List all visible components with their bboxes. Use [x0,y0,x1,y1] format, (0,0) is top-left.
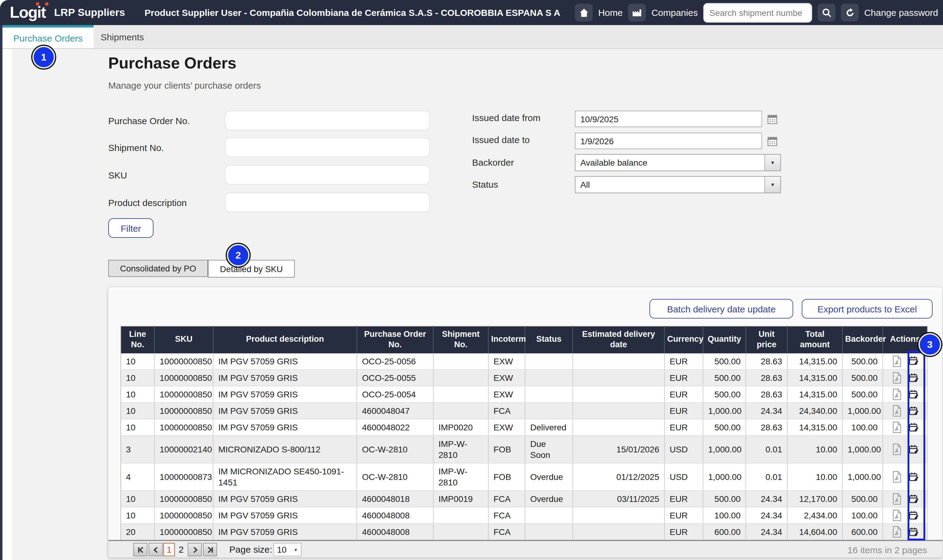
table-row[interactable]: 10 10000000850 IM PGV 57059 GRIS OCO-25-… [121,353,928,369]
companies-button[interactable] [628,4,646,22]
cell-quantity: 100.00 [703,507,746,524]
cell-currency: USD [665,435,703,463]
edit-delivery-date-button[interactable] [907,509,920,522]
cell-shipment-no: IMP-W-2810 [433,463,488,491]
cell-unit-price: 28.63 [746,386,788,403]
edit-delivery-date-button[interactable] [907,388,920,401]
tab-purchase-orders[interactable]: Purchase Orders [2,25,94,48]
cell-incoterm: FCA [488,524,525,540]
home-icon [579,8,589,17]
page-size-select[interactable]: 10 ▼ [273,543,302,556]
home-button[interactable] [575,4,592,22]
previous-page-button[interactable] [149,543,163,556]
cell-backorder: 1,000.00 [842,463,883,491]
calendar-icon[interactable] [767,136,778,147]
cell-quantity: 1,000.00 [703,435,746,463]
sku-input[interactable] [225,165,430,185]
cell-quantity: 500.00 [703,353,746,369]
cell-line-no: 10 [121,369,154,386]
cell-status [525,507,573,524]
cell-purchase-order-no: OCO-25-0056 [357,353,433,369]
cell-currency: EUR [665,419,703,435]
table-row[interactable]: 10 10000000850 IM PGV 57059 GRIS 4600048… [121,507,928,524]
cell-backorder: 500.00 [842,491,883,507]
home-label[interactable]: Home [598,7,623,18]
table-row[interactable]: 20 10000000850 IM PGV 57059 GRIS 4600048… [121,524,928,540]
pdf-download-button[interactable] [890,525,903,538]
table-row[interactable]: 10 10000000850 IM PGV 57059 GRIS 4600048… [121,419,928,435]
calendar-icon[interactable] [767,114,778,125]
view-tab-consolidated-by-po[interactable]: Consolidated by PO [108,260,208,277]
view-tab-detailed-by-sku[interactable]: Detailed by SKU [208,260,295,278]
edit-delivery-date-button[interactable] [907,470,920,483]
cell-incoterm: EXW [488,353,525,369]
cell-unit-price: 28.63 [746,353,788,369]
pagination-bar: 1 2 Page size: 10 ▼ 16 items in 2 pages [108,540,942,558]
column-header: Unit price [746,326,788,353]
product-description-input[interactable] [225,192,430,212]
cell-purchase-order-no: 4600048022 [357,419,433,435]
cell-shipment-no [433,369,488,386]
table-row[interactable]: 10 10000000850 IM PGV 57059 GRIS 4600048… [121,491,928,507]
next-page-button[interactable] [188,543,202,556]
shipment-number-input[interactable] [225,138,430,157]
table-row[interactable]: 3 10000002140 MICRONIZADO S-800/112 OC-W… [121,435,928,463]
table-row[interactable]: 4 10000000873 IM MICRONIZADO SE450-1091-… [121,463,928,491]
cell-sku: 10000000850 [154,491,213,507]
cell-line-no: 10 [121,403,154,419]
pdf-download-button[interactable] [890,371,903,385]
edit-delivery-date-button[interactable] [907,525,920,538]
caret-down-icon[interactable]: ▼ [765,155,780,171]
tab-shipments[interactable]: Shipments [94,25,151,48]
table-row[interactable]: 10 10000000850 IM PGV 57059 GRIS 4600048… [121,403,928,419]
last-page-button[interactable] [203,543,217,556]
edit-delivery-date-button[interactable] [907,404,920,418]
pdf-download-button[interactable] [890,470,903,483]
cell-estimated-delivery-date [573,524,665,540]
cell-product-description: IM PGV 57059 GRIS [213,353,357,369]
shipment-search-input[interactable] [703,3,812,22]
page-1-current[interactable]: 1 [163,543,175,556]
companies-label[interactable]: Companies [651,7,698,18]
filter-button[interactable]: Filter [108,218,154,238]
pdf-download-button[interactable] [890,388,903,401]
caret-down-icon[interactable]: ▼ [765,177,780,192]
backorder-select[interactable]: Available balance ▼ [575,154,781,171]
search-button[interactable] [818,4,835,22]
pdf-download-button[interactable] [890,443,903,456]
edit-delivery-date-button[interactable] [907,421,920,434]
cell-total-amount: 14,604.00 [788,524,842,540]
cell-incoterm: EXW [488,419,525,435]
export-products-to-excel-button[interactable]: Export products to Excel [802,299,932,318]
status-select[interactable]: All ▼ [575,176,781,193]
table-row[interactable]: 10 10000000850 IM PGV 57059 GRIS OCO-25-… [121,386,928,403]
cell-sku: 10000000850 [154,369,213,386]
pdf-download-button[interactable] [890,355,903,368]
edit-delivery-date-button[interactable] [907,492,920,506]
cell-actions [883,386,928,403]
po-number-input[interactable] [225,111,430,130]
issued-date-from-label: Issued date from [472,112,540,123]
edit-delivery-date-button[interactable] [907,443,920,456]
change-password-button[interactable] [841,4,858,22]
page-2-link[interactable]: 2 [178,544,184,554]
logit-logo[interactable]: Logit [10,3,46,22]
cell-currency: EUR [665,386,703,403]
pdf-download-button[interactable] [890,492,903,506]
cell-estimated-delivery-date [573,419,665,435]
pdf-download-button[interactable] [890,404,903,418]
change-password-label[interactable]: Change password [864,7,938,18]
column-header: Line No. [121,326,154,353]
cell-actions [883,491,928,507]
pdf-download-button[interactable] [890,421,903,434]
table-row[interactable]: 10 10000000850 IM PGV 57059 GRIS OCO-25-… [121,369,928,386]
issued-date-to-input[interactable] [575,133,762,149]
first-page-button[interactable] [133,543,148,556]
batch-delivery-date-update-button[interactable]: Batch delivery date update [649,299,793,318]
edit-delivery-date-button[interactable] [907,355,920,368]
cell-sku: 10000000850 [154,353,213,369]
cell-currency: USD [665,463,703,491]
pdf-download-button[interactable] [890,509,903,522]
issued-date-from-input[interactable] [575,111,762,127]
edit-delivery-date-button[interactable] [907,371,920,385]
